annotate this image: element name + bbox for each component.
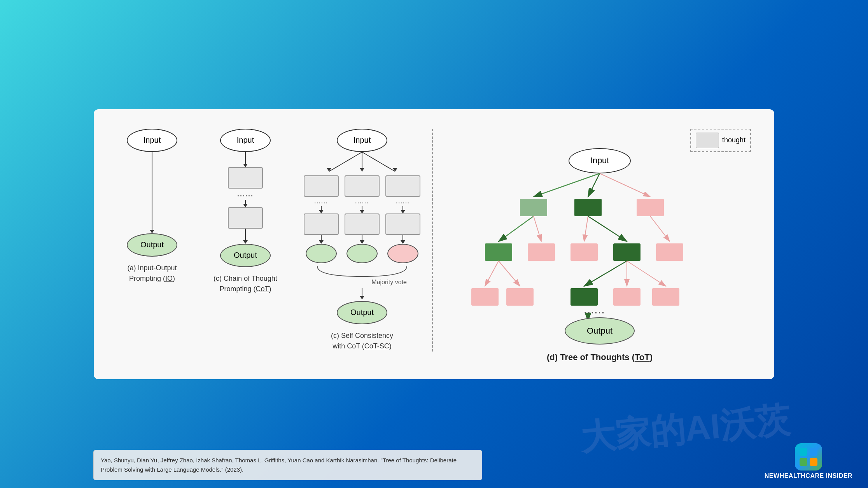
sc-branch2: ...... [345,175,380,263]
cot-dots: ...... [237,190,254,198]
majority-vote-label: Majority vote [313,279,411,286]
io-input: Input [127,129,177,152]
cot-caption: (c) Chain of ThoughtPrompting (CoT) [214,273,277,294]
cot-thought2 [228,207,263,229]
sc-b3-t2 [385,213,420,235]
section-sc: Input ...... [304,129,420,352]
sc-b2-out [346,244,378,263]
svg-rect-31 [570,288,598,306]
svg-line-15 [534,216,541,241]
svg-rect-22 [613,243,640,261]
svg-rect-32 [613,288,640,306]
svg-line-0 [329,152,362,171]
tot-inner: thought Input [448,129,751,364]
svg-rect-13 [637,199,664,216]
svg-line-14 [499,216,534,241]
svg-rect-11 [520,199,547,216]
svg-line-17 [588,216,627,241]
svg-rect-36 [800,448,807,456]
io-caption: (a) Input-OutputPrompting (IO) [127,263,177,284]
cot-thought1 [228,167,263,189]
sc-output: Output [337,301,387,324]
logo-text: NEWHEALTHCARE INSIDER [765,472,852,480]
left-sections: Input Output (a) Input-OutputPrompting (… [117,129,433,352]
section-cot: Input ...... Output (c) Chain of Thoug [210,129,280,352]
tot-output-wrapper: Output [565,317,635,345]
sc-b1-t2 [304,213,339,235]
sc-b1-dots: ...... [314,198,328,205]
svg-text:......: ...... [584,306,606,315]
svg-rect-21 [570,243,598,261]
svg-rect-30 [506,288,534,306]
tot-tree-svg: ...... [464,173,736,321]
svg-line-26 [584,261,627,286]
sc-b2-dots: ...... [355,198,369,205]
svg-rect-29 [471,288,499,306]
svg-line-28 [627,261,666,286]
svg-rect-19 [485,243,512,261]
logo-svg [799,447,818,467]
io-output: Output [127,233,177,257]
sc-brace-area: Majority vote Output [304,265,420,324]
tot-input-wrapper: Input [569,148,631,173]
svg-line-18 [650,216,670,241]
citation-bar: Yao, Shunyu, Dian Yu, Jeffrey Zhao, Izha… [93,450,482,480]
legend-thought-label: thought [722,136,746,144]
sc-b1-t1 [304,175,339,197]
sc-brace-svg [310,265,415,279]
sc-b2-t1 [345,175,380,197]
svg-rect-23 [656,243,683,261]
sc-b3-out [387,244,418,263]
cot-input: Input [220,129,271,152]
sc-b3-dots: ...... [396,198,410,205]
sc-branch3: ...... [385,175,420,263]
tot-input: Input [569,148,631,173]
sc-input: Input [337,129,387,152]
watermark: 大家的AI沃茨 [579,397,792,462]
section-io: Input Output (a) Input-OutputPrompting (… [117,129,187,352]
svg-marker-4 [360,168,364,171]
logo-area: NEWHEALTHCARE INSIDER [765,443,852,480]
sc-three-branch: ...... ...... [304,175,420,263]
cot-output: Output [220,244,271,267]
svg-rect-33 [652,288,679,306]
svg-line-10 [600,173,650,197]
main-card: Input Output (a) Input-OutputPrompting (… [94,109,774,379]
svg-line-16 [584,216,588,241]
legend-thought-box [696,133,719,148]
sc-caption: (c) Self Consistencywith CoT (CoT-SC) [331,331,393,352]
svg-rect-37 [810,448,817,456]
tot-caption: (d) Tree of Thoughts (ToT) [547,351,653,364]
sc-branch1: ...... [304,175,339,263]
svg-line-24 [485,261,499,286]
tot-legend: thought [690,129,751,152]
sc-branch-svg [310,152,415,175]
svg-rect-20 [528,243,555,261]
logo-icon [795,443,822,471]
tot-output: Output [565,317,635,345]
sc-b3-t1 [385,175,420,197]
svg-line-2 [362,152,395,171]
sc-b1-out [306,244,337,263]
svg-rect-39 [810,458,817,466]
svg-line-25 [499,261,520,286]
diagram-area: Input Output (a) Input-OutputPrompting (… [117,129,751,364]
svg-rect-38 [800,458,807,466]
sc-b2-t2 [345,213,380,235]
svg-rect-12 [574,199,602,216]
section-tot: thought Input [433,129,751,364]
